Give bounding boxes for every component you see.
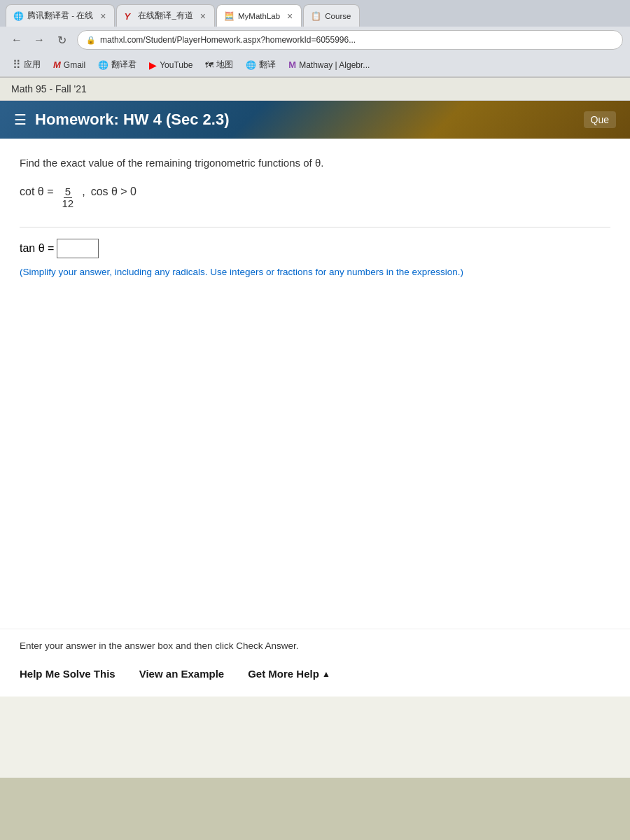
- bookmark-ditu-label: 地图: [216, 59, 233, 71]
- tab-fanyi[interactable]: 🌐 腾讯翻译君 - 在线 ×: [6, 4, 115, 27]
- gmail-icon: M: [53, 59, 61, 70]
- forward-button[interactable]: →: [29, 30, 49, 50]
- tab-bar: 🌐 腾讯翻译君 - 在线 × Y 在线翻译_有道 × 🧮 MyMathLab ×…: [0, 0, 630, 27]
- question-area: Find the exact value of the remaining tr…: [0, 139, 630, 629]
- url-text: mathxl.com/Student/PlayerHomework.aspx?h…: [100, 35, 356, 45]
- tab-fanyi-icon: 🌐: [13, 11, 23, 21]
- tab-course[interactable]: 📋 Course: [303, 4, 360, 27]
- separator-2: [235, 666, 248, 681]
- reload-button[interactable]: ↻: [52, 30, 71, 50]
- bookmark-fanyi[interactable]: 🌐 翻译君: [92, 57, 142, 73]
- address-bar[interactable]: 🔒 mathxl.com/Student/PlayerHomework.aspx…: [77, 30, 623, 50]
- lock-icon: 🔒: [86, 36, 96, 45]
- bookmark-apps-label: 应用: [24, 59, 41, 71]
- tab-youdao-icon: Y: [124, 11, 134, 21]
- mathway-icon: M: [288, 59, 296, 70]
- homework-header-left: ☰ Homework: HW 4 (Sec 2.3): [14, 111, 230, 129]
- help-me-solve-button[interactable]: Help Me Solve This: [20, 662, 127, 685]
- chevron-up-icon: ▲: [322, 669, 330, 679]
- homework-header: ☰ Homework: HW 4 (Sec 2.3) Que: [0, 101, 630, 139]
- tab-course-label: Course: [325, 12, 351, 20]
- cot-label: cot θ =: [20, 186, 53, 198]
- course-title: Math 95 - Fall '21: [11, 83, 87, 94]
- bookmark-mathway[interactable]: M Mathway | Algebr...: [283, 57, 375, 72]
- answer-input[interactable]: [57, 239, 99, 258]
- answer-row: tan θ =: [20, 239, 610, 258]
- page-content: Math 95 - Fall '21 ☰ Homework: HW 4 (Sec…: [0, 78, 630, 778]
- tan-label: tan θ =: [20, 242, 54, 255]
- bookmark-mathway-label: Mathway | Algebr...: [299, 60, 370, 70]
- comma-separator: ,: [82, 186, 85, 198]
- tab-youdao[interactable]: Y 在线翻译_有道 ×: [116, 4, 215, 27]
- tab-mymathlab-label: MyMathLab: [238, 12, 280, 20]
- youtube-icon: ▶: [149, 59, 157, 71]
- bookmark-youtube[interactable]: ▶ YouTube: [144, 57, 198, 73]
- nav-buttons: ← → ↻: [7, 30, 71, 50]
- bookmark-youtube-label: YouTube: [160, 60, 192, 70]
- tab-youdao-close[interactable]: ×: [200, 10, 206, 22]
- address-bar-row: ← → ↻ 🔒 mathxl.com/Student/PlayerHomewor…: [0, 27, 630, 53]
- course-header: Math 95 - Fall '21: [0, 78, 630, 101]
- back-button[interactable]: ←: [7, 30, 27, 50]
- fraction-numerator: 5: [64, 186, 72, 199]
- bookmark-trans[interactable]: 🌐 翻译: [240, 57, 281, 73]
- bottom-section: Enter your answer in the answer box and …: [0, 629, 630, 696]
- tab-fanyi-label: 腾讯翻译君 - 在线: [27, 10, 93, 21]
- tab-mymathlab[interactable]: 🧮 MyMathLab ×: [216, 4, 302, 27]
- bookmark-gmail-label: Gmail: [64, 60, 85, 70]
- get-more-help-label: Get More Help: [248, 668, 319, 680]
- tab-fanyi-close[interactable]: ×: [100, 10, 106, 22]
- que-label: Que: [584, 111, 616, 128]
- fraction: 5 12: [60, 186, 75, 210]
- divider-line: [20, 227, 610, 227]
- tab-mymathlab-icon: 🧮: [224, 11, 234, 21]
- bookmark-gmail[interactable]: M Gmail: [48, 57, 91, 72]
- condition-text: cos θ > 0: [91, 186, 136, 198]
- browser-chrome: 🌐 腾讯翻译君 - 在线 × Y 在线翻译_有道 × 🧮 MyMathLab ×…: [0, 0, 630, 78]
- ditu-icon: 🗺: [205, 60, 214, 70]
- view-example-button[interactable]: View an Example: [139, 662, 235, 685]
- enter-answer-text: Enter your answer in the answer box and …: [20, 640, 610, 651]
- tab-course-icon: 📋: [311, 11, 321, 21]
- question-instruction: Find the exact value of the remaining tr…: [20, 155, 610, 172]
- bookmark-trans-label: 翻译: [259, 59, 276, 71]
- fanyi-icon: 🌐: [98, 60, 108, 70]
- bookmarks-bar: ⠿ 应用 M Gmail 🌐 翻译君 ▶ YouTube 🗺 地图 🌐 翻译 M…: [0, 53, 630, 77]
- tan-expression: tan θ =: [20, 239, 99, 258]
- bookmark-fanyi-label: 翻译君: [111, 59, 136, 71]
- trans-icon: 🌐: [246, 60, 256, 70]
- homework-title: Homework: HW 4 (Sec 2.3): [35, 111, 230, 129]
- hamburger-icon[interactable]: ☰: [14, 111, 27, 128]
- bookmark-apps[interactable]: ⠿ 应用: [7, 56, 46, 74]
- bookmark-ditu[interactable]: 🗺 地图: [200, 57, 239, 73]
- tab-mymathlab-close[interactable]: ×: [287, 10, 293, 22]
- separator-1: [127, 666, 139, 681]
- apps-icon: ⠿: [13, 58, 21, 71]
- simplify-note: (Simplify your answer, including any rad…: [20, 265, 610, 279]
- get-more-help-button[interactable]: Get More Help ▲: [248, 662, 330, 685]
- fraction-denominator: 12: [60, 198, 75, 210]
- tab-youdao-label: 在线翻译_有道: [138, 10, 192, 21]
- help-buttons: Help Me Solve This View an Example Get M…: [20, 662, 610, 685]
- given-info: cot θ = 5 12 , cos θ > 0: [20, 186, 610, 210]
